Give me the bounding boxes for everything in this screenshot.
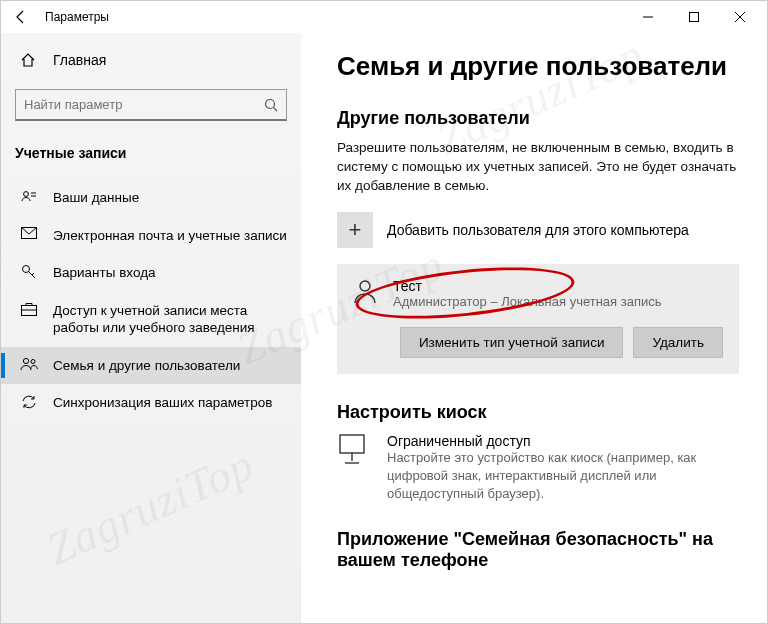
person-icon <box>353 278 381 304</box>
svg-point-4 <box>266 99 275 108</box>
main-panel: Семья и другие пользователи Другие польз… <box>301 33 767 623</box>
search-icon <box>264 98 278 112</box>
content-area: Главная Учетные записи Ваши данные Элект… <box>1 33 767 623</box>
close-button[interactable] <box>717 1 763 33</box>
home-label: Главная <box>53 52 106 68</box>
sync-icon <box>19 394 39 410</box>
nav-work-school[interactable]: Доступ к учетной записи места работы или… <box>1 292 301 347</box>
svg-point-6 <box>24 192 29 197</box>
nav-email-accounts[interactable]: Электронная почта и учетные записи <box>1 217 301 255</box>
nav-family-users[interactable]: Семья и другие пользователи <box>1 347 301 385</box>
briefcase-icon <box>19 302 39 316</box>
kiosk-title: Ограниченный доступ <box>387 433 739 449</box>
section-app-title: Приложение "Семейная безопасность" на ва… <box>337 529 739 571</box>
section-kiosk-title: Настроить киоск <box>337 402 739 423</box>
svg-point-15 <box>23 358 28 363</box>
svg-line-5 <box>274 107 278 111</box>
page-heading: Семья и другие пользователи <box>337 51 739 82</box>
key-icon <box>19 264 39 280</box>
user-subtitle: Администратор – Локальная учетная запись <box>393 294 661 309</box>
nav-label: Ваши данные <box>53 189 139 207</box>
change-account-type-button[interactable]: Изменить тип учетной записи <box>400 327 624 358</box>
badge-icon <box>19 189 39 205</box>
window-title: Параметры <box>37 10 625 24</box>
nav-label: Варианты входа <box>53 264 156 282</box>
nav-label: Доступ к учетной записи места работы или… <box>53 302 287 337</box>
search-box[interactable] <box>15 89 287 121</box>
kiosk-desc: Настройте это устройство как киоск (напр… <box>387 449 739 504</box>
nav-list: Ваши данные Электронная почта и учетные … <box>1 179 301 422</box>
kiosk-icon <box>337 433 373 465</box>
home-icon <box>19 51 39 69</box>
back-button[interactable] <box>5 1 37 33</box>
section-other-users-desc: Разрешите пользователям, не включенным в… <box>337 139 739 196</box>
svg-point-17 <box>360 281 370 291</box>
home-nav[interactable]: Главная <box>1 41 301 79</box>
svg-rect-1 <box>690 13 699 22</box>
nav-label: Синхронизация ваших параметров <box>53 394 273 412</box>
titlebar: Параметры <box>1 1 767 33</box>
user-card-header: Тест Администратор – Локальная учетная з… <box>353 278 723 309</box>
search-input[interactable] <box>24 97 264 112</box>
remove-user-button[interactable]: Удалить <box>633 327 723 358</box>
svg-point-16 <box>31 359 35 363</box>
user-card[interactable]: Тест Администратор – Локальная учетная з… <box>337 264 739 374</box>
svg-line-12 <box>32 273 34 275</box>
sidebar: Главная Учетные записи Ваши данные Элект… <box>1 33 301 623</box>
nav-sync-settings[interactable]: Синхронизация ваших параметров <box>1 384 301 422</box>
minimize-button[interactable] <box>625 1 671 33</box>
mail-icon <box>19 227 39 239</box>
nav-signin-options[interactable]: Варианты входа <box>1 254 301 292</box>
people-icon <box>19 357 39 371</box>
user-actions: Изменить тип учетной записи Удалить <box>353 327 723 358</box>
nav-label: Электронная почта и учетные записи <box>53 227 287 245</box>
user-name: Тест <box>393 278 661 294</box>
section-other-users-title: Другие пользователи <box>337 108 739 129</box>
svg-point-10 <box>23 266 30 273</box>
kiosk-row[interactable]: Ограниченный доступ Настройте это устрой… <box>337 433 739 504</box>
plus-icon: + <box>337 212 373 248</box>
nav-your-info[interactable]: Ваши данные <box>1 179 301 217</box>
add-user-row[interactable]: + Добавить пользователя для этого компью… <box>337 212 739 248</box>
add-user-label: Добавить пользователя для этого компьюте… <box>387 222 689 238</box>
category-heading: Учетные записи <box>1 137 301 171</box>
svg-rect-18 <box>340 435 364 453</box>
maximize-button[interactable] <box>671 1 717 33</box>
settings-window: Параметры Главная Учетные записи <box>0 0 768 624</box>
window-controls <box>625 1 763 33</box>
nav-label: Семья и другие пользователи <box>53 357 240 375</box>
